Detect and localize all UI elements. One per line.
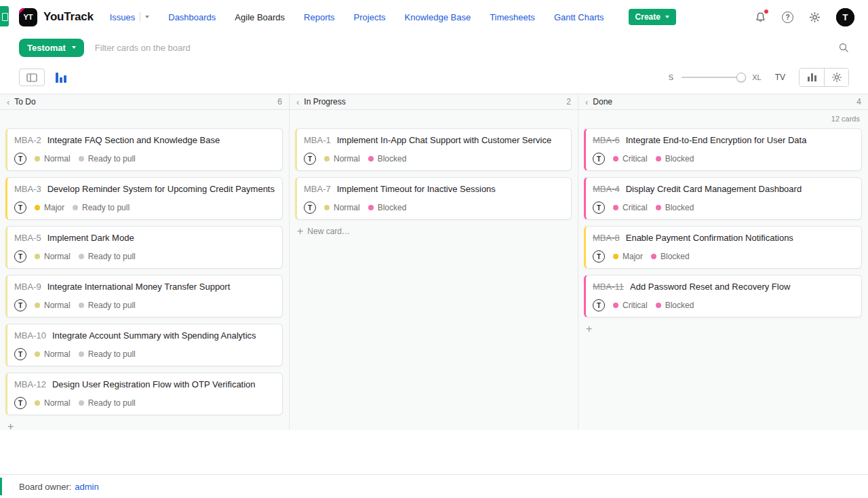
help-icon[interactable]: ?	[782, 12, 793, 23]
collapse-column-icon[interactable]: ‹	[296, 98, 299, 107]
assignee-avatar[interactable]: T	[593, 153, 605, 165]
card[interactable]: MBA-9Integrate International Money Trans…	[5, 275, 283, 318]
state-field[interactable]: Ready to pull	[79, 398, 136, 408]
assignee-avatar[interactable]: T	[593, 250, 605, 263]
card-title[interactable]: Develop Reminder System for Upcoming Cre…	[47, 184, 275, 194]
priority-field[interactable]: Normal	[35, 301, 71, 310]
nav-item-reports[interactable]: Reports	[304, 12, 335, 22]
card-id[interactable]: MBA-6	[593, 135, 620, 145]
priority-field[interactable]: Normal	[35, 252, 71, 261]
card-id[interactable]: MBA-2	[14, 135, 41, 145]
add-card-button[interactable]: +	[7, 421, 283, 432]
card[interactable]: MBA-6Integrate End-to-End Encryption for…	[584, 128, 862, 171]
board-settings-button[interactable]	[824, 69, 848, 86]
state-field[interactable]: Ready to pull	[79, 301, 136, 310]
chart-view-button[interactable]	[800, 69, 824, 86]
new-card-button[interactable]: +New card…	[297, 226, 572, 237]
priority-field[interactable]: Major	[35, 203, 64, 212]
settings-gear-icon[interactable]	[809, 12, 821, 23]
youtrack-logo[interactable]: YT YouTrack	[19, 8, 94, 26]
state-field[interactable]: Ready to pull	[79, 154, 136, 164]
chevron-down-icon[interactable]	[145, 16, 149, 18]
nav-item-gantt-charts[interactable]: Gantt Charts	[554, 12, 604, 22]
card[interactable]: MBA-11Add Password Reset and Recovery Fl…	[584, 275, 862, 318]
chart-toggle-icon[interactable]	[56, 73, 66, 83]
card-id[interactable]: MBA-11	[593, 282, 624, 292]
priority-field[interactable]: Normal	[324, 154, 360, 164]
card-id[interactable]: MBA-1	[304, 135, 331, 145]
assignee-avatar[interactable]: T	[593, 299, 605, 311]
card-title[interactable]: Implement Timeout for Inactive Sessions	[337, 184, 496, 194]
priority-field[interactable]: Normal	[35, 349, 71, 359]
state-field[interactable]: Blocked	[651, 252, 690, 261]
card-id[interactable]: MBA-8	[593, 233, 620, 243]
nav-item-agile-boards[interactable]: Agile Boards	[235, 12, 285, 22]
state-field[interactable]: Blocked	[656, 301, 694, 310]
collapse-column-icon[interactable]: ‹	[7, 98, 9, 107]
nav-item-timesheets[interactable]: Timesheets	[490, 12, 535, 22]
card[interactable]: MBA-3Develop Reminder System for Upcomin…	[5, 177, 283, 220]
card-title[interactable]: Enable Payment Confirmation Notification…	[626, 233, 793, 243]
state-field[interactable]: Ready to pull	[79, 252, 136, 261]
user-avatar[interactable]: T	[836, 8, 854, 26]
priority-field[interactable]: Critical	[613, 154, 648, 164]
card-title[interactable]: Design User Registration Flow with OTP V…	[52, 379, 256, 389]
card-id[interactable]: MBA-3	[14, 184, 41, 194]
card-title[interactable]: Implement Dark Mode	[47, 233, 134, 243]
card-id[interactable]: MBA-4	[593, 184, 620, 194]
card-title[interactable]: Implement In-App Chat Support with Custo…	[337, 135, 551, 145]
card-title[interactable]: Integrate Account Summary with Spending …	[52, 330, 256, 341]
card-id[interactable]: MBA-12	[14, 379, 46, 389]
card-size-slider[interactable]	[682, 77, 744, 78]
assignee-avatar[interactable]: T	[304, 153, 316, 165]
collapse-column-icon[interactable]: ‹	[585, 98, 588, 107]
assignee-avatar[interactable]: T	[593, 202, 605, 214]
assignee-avatar[interactable]: T	[14, 202, 26, 214]
slider-knob[interactable]	[736, 73, 746, 82]
card-id[interactable]: MBA-5	[14, 233, 41, 243]
card[interactable]: MBA-7Implement Timeout for Inactive Sess…	[295, 177, 572, 220]
priority-field[interactable]: Critical	[613, 203, 648, 212]
board-selector-button[interactable]: Testomat	[19, 39, 84, 57]
assignee-avatar[interactable]: T	[14, 348, 26, 360]
assignee-avatar[interactable]: T	[14, 299, 26, 311]
assignee-avatar[interactable]: T	[304, 202, 316, 214]
priority-field[interactable]: Critical	[613, 301, 648, 310]
card[interactable]: MBA-12Design User Registration Flow with…	[5, 372, 283, 415]
state-field[interactable]: Blocked	[656, 154, 694, 164]
tv-mode-button[interactable]: TV	[775, 73, 785, 82]
card[interactable]: MBA-5Implement Dark Mode T Normal Ready …	[5, 226, 283, 269]
nav-item-knowledge-base[interactable]: Knowledge Base	[405, 12, 471, 22]
nav-item-projects[interactable]: Projects	[354, 12, 386, 22]
state-field[interactable]: Ready to pull	[73, 203, 130, 212]
card-id[interactable]: MBA-9	[14, 282, 41, 292]
assignee-avatar[interactable]: T	[14, 153, 26, 165]
backlog-panel-button[interactable]	[19, 69, 45, 86]
card[interactable]: MBA-8Enable Payment Confirmation Notific…	[584, 226, 862, 269]
filter-cards-input[interactable]	[91, 39, 831, 57]
card-title[interactable]: Display Credit Card Management Dashboard	[626, 184, 802, 194]
card[interactable]: MBA-4Display Credit Card Management Dash…	[584, 177, 862, 220]
state-field[interactable]: Blocked	[656, 203, 694, 212]
assignee-avatar[interactable]: T	[14, 397, 26, 409]
sidebar-toggle[interactable]	[0, 6, 9, 26]
priority-field[interactable]: Normal	[324, 203, 360, 212]
card[interactable]: MBA-2Integrate FAQ Section and Knowledge…	[5, 128, 283, 171]
nav-item-issues[interactable]: Issues	[110, 12, 136, 22]
card-title[interactable]: Integrate International Money Transfer S…	[47, 282, 231, 292]
priority-field[interactable]: Major	[613, 252, 643, 261]
priority-field[interactable]: Normal	[35, 154, 71, 164]
card[interactable]: MBA-1Implement In-App Chat Support with …	[295, 128, 572, 171]
state-field[interactable]: Ready to pull	[79, 349, 136, 359]
assignee-avatar[interactable]: T	[14, 250, 26, 263]
card-id[interactable]: MBA-10	[14, 330, 46, 341]
state-field[interactable]: Blocked	[368, 154, 407, 164]
card-title[interactable]: Integrate FAQ Section and Knowledge Base	[47, 135, 220, 145]
card-title[interactable]: Add Password Reset and Recovery Flow	[630, 282, 790, 292]
card[interactable]: MBA-10Integrate Account Summary with Spe…	[5, 324, 283, 366]
card-id[interactable]: MBA-7	[304, 184, 331, 194]
priority-field[interactable]: Normal	[35, 398, 71, 408]
board-owner-link[interactable]: admin	[75, 482, 98, 492]
create-button[interactable]: Create	[629, 9, 676, 25]
search-icon[interactable]	[838, 42, 849, 53]
